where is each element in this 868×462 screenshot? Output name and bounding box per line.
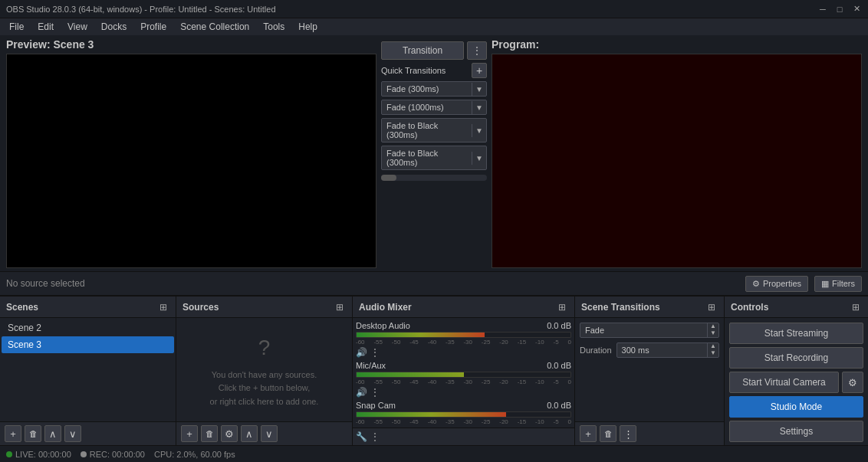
title-bar: OBS Studio 28.0.3 (64-bit, windows) - Pr… [0,0,868,18]
restore-button[interactable]: □ [834,4,845,15]
scenes-down-button[interactable]: ∨ [64,425,81,442]
sources-panel-header: Sources ⊞ [176,297,352,318]
no-source-text: No source selected [6,278,739,289]
transitions-menu-button[interactable]: ⋮ [620,425,636,442]
quick-transitions-row: Quick Transitions + [381,63,487,78]
sources-remove-button[interactable]: 🗑 [201,425,218,442]
audio-track-desktop-name: Desktop Audio [356,321,410,330]
settings-button[interactable]: Settings [729,421,863,442]
transitions-type-arrows: ▲ ▼ [707,323,718,337]
start-streaming-button[interactable]: Start Streaming [729,323,863,344]
fade-dropdown-1[interactable]: Fade (300ms) ▼ [381,81,487,97]
audio-track-mic: Mic/Aux 0.0 dB -60-55-50-45-40-35-30-25-… [356,361,571,398]
sources-settings-button[interactable]: ⚙ [221,425,238,442]
sources-content[interactable]: ? You don't have any sources.Click the +… [176,318,352,421]
preview-area: Preview: Scene 3 Transition ⋮ Quick Tran… [0,35,868,271]
audio-mic-settings-button[interactable]: ⋮ [370,387,380,398]
transitions-panel-icon-btn[interactable]: ⊞ [705,301,718,313]
audio-track-snapcam-labels: -60-55-50-45-40-35-30-25-20-15-10-50 [356,418,571,425]
scenes-panel-icon-btn[interactable]: ⊞ [157,301,169,313]
audio-track-mic-name: Mic/Aux [356,361,386,370]
transitions-content: Fade ▲ ▼ Duration 300 ms ▲ ▼ [575,318,724,421]
sources-add-button[interactable]: + [181,425,198,442]
minimize-button[interactable]: ─ [817,4,828,15]
audio-footer-menu-button[interactable]: ⋮ [370,431,380,442]
transition-menu-button[interactable]: ⋮ [467,41,487,60]
studio-mode-button[interactable]: Studio Mode [729,396,863,418]
menu-docks[interactable]: Docks [95,20,133,34]
audio-track-snapcam-db: 0.0 dB [547,401,571,410]
close-button[interactable]: ✕ [851,4,862,15]
fade-dropdown-4-arrow: ▼ [472,152,486,165]
cpu-status: CPU: 2.0%, 60.00 fps [154,450,235,459]
scenes-remove-button[interactable]: 🗑 [25,425,41,442]
transitions-remove-button[interactable]: 🗑 [600,425,616,442]
transitions-type-dropdown[interactable]: Fade ▲ ▼ [580,323,719,338]
audio-track-mic-meter [356,372,571,378]
filters-button[interactable]: ▦ Filters [814,276,862,292]
virtual-camera-row: Start Virtual Camera ⚙ [729,372,863,393]
menu-file[interactable]: File [3,20,30,34]
sources-up-button[interactable]: ∧ [241,425,258,442]
sources-panel-icons: ⊞ [334,301,346,313]
scenes-panel-title: Scenes [6,302,38,313]
scenes-list: Scene 2 Scene 3 [0,318,176,421]
scrollbar-track[interactable] [381,175,487,181]
controls-panel-icon-btn[interactable]: ⊞ [850,301,862,313]
audio-desktop-settings-button[interactable]: ⋮ [370,347,380,358]
start-recording-button[interactable]: Start Recording [729,347,863,369]
audio-footer-icon-button[interactable]: 🔧 [356,431,367,442]
duration-label: Duration [580,346,612,355]
no-source-bar: No source selected ⚙ Properties ▦ Filter… [0,271,868,296]
status-bar: LIVE: 00:00:00 REC: 00:00:00 CPU: 2.0%, … [0,445,868,462]
fade-dropdown-2[interactable]: Fade (1000ms) ▼ [381,100,487,115]
fade-dropdown-3[interactable]: Fade to Black (300ms) ▼ [381,118,487,143]
controls-panel-icons: ⊞ [850,301,862,313]
sources-empty-text: You don't have any sources.Click the + b… [210,369,319,409]
audio-panel-icon-btn[interactable]: ⊞ [556,301,568,313]
preview-label: Preview: Scene 3 [6,38,376,51]
live-status: LIVE: 00:00:00 [6,450,71,459]
menu-edit[interactable]: Edit [31,20,60,34]
audio-mic-mute-button[interactable]: 🔊 [356,387,367,398]
audio-panel: Audio Mixer ⊞ Desktop Audio 0.0 dB - [353,297,575,445]
scene-item-scene2[interactable]: Scene 2 [2,319,174,336]
fade-dropdown-4[interactable]: Fade to Black (300ms) ▼ [381,146,487,170]
transitions-arrow-down[interactable]: ▼ [710,330,716,337]
audio-track-desktop-meter [356,332,571,338]
scrollbar-thumb[interactable] [381,175,396,181]
duration-row: Duration 300 ms ▲ ▼ [580,342,719,358]
scenes-add-button[interactable]: + [5,425,21,442]
transitions-panel-header: Scene Transitions ⊞ [575,297,724,318]
start-virtual-camera-button[interactable]: Start Virtual Camera [729,372,839,393]
rec-indicator [81,451,87,457]
sources-down-button[interactable]: ∨ [261,425,278,442]
menu-tools[interactable]: Tools [257,20,291,34]
menu-bar: File Edit View Docks Profile Scene Colle… [0,18,868,35]
main-content: Preview: Scene 3 Transition ⋮ Quick Tran… [0,35,868,445]
duration-arrow-down[interactable]: ▼ [710,350,716,357]
gear-icon: ⚙ [752,279,760,289]
audio-desktop-mute-button[interactable]: 🔊 [356,347,367,358]
menu-view[interactable]: View [61,20,94,34]
transition-button[interactable]: Transition [381,41,464,60]
audio-panel-header: Audio Mixer ⊞ [353,297,574,318]
virtual-camera-gear-button[interactable]: ⚙ [842,372,863,393]
menu-profile[interactable]: Profile [134,20,173,34]
sources-panel-icon-btn[interactable]: ⊞ [334,301,346,313]
duration-input[interactable]: 300 ms ▲ ▼ [616,342,719,358]
scenes-panel-footer: + 🗑 ∧ ∨ [0,421,176,445]
transitions-add-button[interactable]: + [580,425,597,442]
audio-content: Desktop Audio 0.0 dB -60-55-50-45-40-35-… [353,318,574,428]
audio-track-mic-labels: -60-55-50-45-40-35-30-25-20-15-10-50 [356,378,571,385]
add-quick-transition-button[interactable]: + [472,63,487,78]
fade-dropdown-1-text: Fade (300ms) [382,82,472,96]
scenes-up-button[interactable]: ∧ [44,425,61,442]
properties-button[interactable]: ⚙ Properties [745,276,808,292]
cpu-label: CPU: 2.0%, 60.00 fps [154,450,235,459]
menu-help[interactable]: Help [292,20,324,34]
scene-item-scene3[interactable]: Scene 3 [2,336,174,353]
menu-scene-collection[interactable]: Scene Collection [174,20,255,34]
audio-track-snapcam-header: Snap Cam 0.0 dB [356,401,571,410]
audio-track-desktop-controls: 🔊 ⋮ [356,347,571,358]
